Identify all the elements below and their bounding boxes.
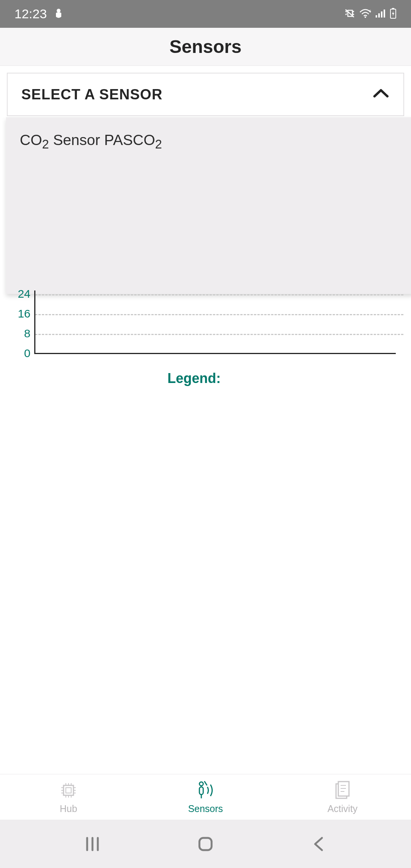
android-system-nav	[0, 820, 411, 868]
tab-hub[interactable]: Hub	[0, 774, 137, 820]
battery-charging-icon	[390, 8, 397, 20]
app-header: Sensors	[0, 28, 411, 66]
svg-point-2	[365, 16, 366, 18]
back-button[interactable]	[307, 833, 330, 855]
main-content: SELECT A SENSOR CO2 Sensor PASCO2 24 16 …	[0, 66, 411, 116]
chevron-up-icon	[372, 88, 390, 101]
tab-sensors[interactable]: Sensors	[137, 774, 274, 820]
gridline	[35, 314, 403, 315]
y-axis-line	[34, 290, 35, 354]
gridline	[35, 294, 403, 295]
svg-rect-25	[199, 787, 203, 795]
svg-rect-9	[392, 8, 394, 9]
wifi-icon: 6	[359, 8, 371, 20]
tab-hub-label: Hub	[60, 803, 77, 814]
x-axis-line	[34, 353, 396, 354]
chip-icon	[58, 780, 79, 801]
svg-text:6: 6	[369, 9, 371, 13]
sensor-dropdown-panel: CO2 Sensor PASCO2	[6, 117, 411, 294]
page-title: Sensors	[169, 36, 241, 57]
status-left-cluster: 12:23	[14, 6, 64, 21]
sensor-select-label: SELECT A SENSOR	[21, 86, 162, 103]
sensor-option-co2[interactable]: CO2 Sensor PASCO2	[20, 132, 400, 152]
app-indicator-icon	[54, 8, 64, 21]
document-icon	[332, 780, 353, 801]
tab-activity[interactable]: Activity	[274, 774, 411, 820]
vibrate-icon	[344, 8, 355, 20]
recent-apps-button[interactable]	[81, 833, 104, 855]
sensor-select-trigger[interactable]: SELECT A SENSOR	[7, 73, 404, 116]
svg-rect-36	[199, 838, 212, 850]
home-button[interactable]	[194, 833, 217, 855]
svg-line-27	[204, 781, 207, 785]
bottom-tab-bar: Hub Sensors Activity	[0, 774, 411, 820]
status-right-cluster: 6	[344, 8, 397, 20]
chart-legend-title: Legend:	[8, 370, 381, 386]
svg-rect-4	[376, 15, 377, 18]
tab-sensors-label: Sensors	[188, 803, 223, 814]
sensor-person-icon	[195, 780, 216, 801]
y-tick-16: 16	[8, 307, 30, 320]
status-time: 12:23	[14, 6, 47, 21]
signal-icon	[375, 9, 386, 19]
svg-rect-6	[381, 11, 382, 18]
android-status-bar: 12:23 6	[0, 0, 411, 28]
y-tick-24: 24	[8, 287, 30, 300]
svg-rect-11	[66, 788, 71, 793]
gridline	[35, 334, 403, 335]
y-tick-0: 0	[8, 347, 30, 360]
svg-rect-7	[384, 10, 385, 18]
svg-point-0	[57, 9, 61, 13]
svg-rect-10	[64, 785, 73, 795]
svg-point-24	[199, 782, 203, 786]
tab-activity-label: Activity	[327, 803, 357, 814]
y-tick-8: 8	[8, 327, 30, 340]
svg-rect-5	[378, 13, 380, 18]
